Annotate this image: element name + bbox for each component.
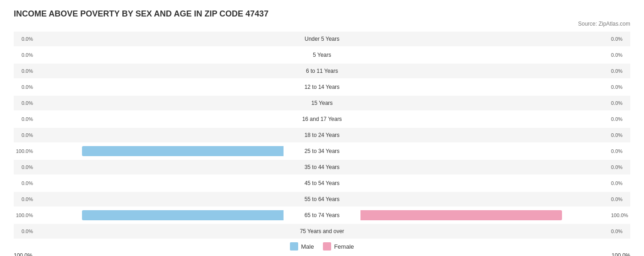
right-section: 0.0% bbox=[359, 194, 630, 204]
male-value: 0.0% bbox=[14, 180, 33, 186]
right-section: 0.0% bbox=[359, 130, 630, 140]
female-value: 0.0% bbox=[611, 84, 630, 90]
male-value: 0.0% bbox=[14, 196, 33, 202]
left-section: 0.0% bbox=[14, 178, 285, 188]
chart-row: 0.0% 6 to 11 Years 0.0% bbox=[14, 64, 630, 78]
left-section: 100.0% bbox=[14, 146, 285, 156]
female-value: 0.0% bbox=[611, 180, 630, 186]
row-label: 12 to 14 Years bbox=[285, 84, 359, 90]
page-title: INCOME ABOVE POVERTY BY SEX AND AGE IN Z… bbox=[14, 9, 630, 19]
female-bar-container bbox=[360, 162, 610, 172]
chart-row: 100.0% 25 to 34 Years 0.0% bbox=[14, 144, 630, 158]
right-section: 0.0% bbox=[359, 226, 630, 236]
right-section: 0.0% bbox=[359, 146, 630, 156]
left-section: 0.0% bbox=[14, 114, 285, 124]
male-value: 0.0% bbox=[14, 68, 33, 74]
male-bar-container bbox=[34, 226, 284, 236]
male-bar-container bbox=[34, 98, 284, 108]
female-value: 0.0% bbox=[611, 132, 630, 138]
female-bar-container bbox=[360, 178, 610, 188]
male-bar-container bbox=[34, 162, 284, 172]
chart-row: 0.0% 12 to 14 Years 0.0% bbox=[14, 80, 630, 94]
left-section: 0.0% bbox=[14, 82, 285, 92]
legend-female: Female bbox=[323, 242, 354, 251]
female-bar-container bbox=[360, 82, 610, 92]
legend-male-box bbox=[290, 242, 298, 251]
male-bar-container bbox=[34, 34, 284, 44]
chart-row: 0.0% 35 to 44 Years 0.0% bbox=[14, 160, 630, 174]
right-section: 0.0% bbox=[359, 66, 630, 76]
female-bar-container bbox=[360, 34, 610, 44]
female-value: 0.0% bbox=[611, 52, 630, 58]
male-bar-container bbox=[34, 130, 284, 140]
legend: Male Female bbox=[14, 242, 630, 251]
right-section: 100.0% bbox=[359, 210, 630, 220]
row-label: 16 and 17 Years bbox=[285, 116, 359, 122]
left-section: 0.0% bbox=[14, 98, 285, 108]
right-section: 0.0% bbox=[359, 162, 630, 172]
male-value: 0.0% bbox=[14, 229, 33, 234]
bottom-values: 100.0% 100.0% bbox=[14, 251, 630, 256]
right-section: 0.0% bbox=[359, 50, 630, 60]
row-label: 15 Years bbox=[285, 100, 359, 106]
male-bar-container bbox=[34, 50, 284, 60]
male-value: 0.0% bbox=[14, 116, 33, 122]
right-section: 0.0% bbox=[359, 114, 630, 124]
female-bar-container bbox=[360, 98, 610, 108]
male-value: 0.0% bbox=[14, 36, 33, 42]
female-bar-container bbox=[360, 130, 610, 140]
chart-row: 0.0% 55 to 64 Years 0.0% bbox=[14, 192, 630, 207]
left-section: 0.0% bbox=[14, 50, 285, 60]
legend-female-label: Female bbox=[334, 243, 354, 250]
left-section: 0.0% bbox=[14, 194, 285, 204]
row-label: 45 to 54 Years bbox=[285, 180, 359, 186]
source-label: Source: ZipAtlas.com bbox=[14, 21, 630, 27]
male-value: 0.0% bbox=[14, 164, 33, 170]
female-value: 0.0% bbox=[611, 68, 630, 74]
female-value: 0.0% bbox=[611, 36, 630, 42]
row-label: 25 to 34 Years bbox=[285, 148, 359, 154]
male-bar bbox=[82, 210, 284, 220]
female-bar-container bbox=[360, 210, 610, 220]
legend-male-label: Male bbox=[301, 243, 314, 250]
right-section: 0.0% bbox=[359, 34, 630, 44]
male-bar-container bbox=[34, 66, 284, 76]
right-section: 0.0% bbox=[359, 82, 630, 92]
chart-row: 0.0% 15 Years 0.0% bbox=[14, 96, 630, 110]
male-value: 0.0% bbox=[14, 84, 33, 90]
female-value: 0.0% bbox=[611, 100, 630, 106]
male-bar bbox=[82, 146, 284, 156]
left-section: 0.0% bbox=[14, 34, 285, 44]
female-value: 100.0% bbox=[611, 212, 630, 218]
female-bar-container bbox=[360, 226, 610, 236]
female-bar-container bbox=[360, 114, 610, 124]
right-section: 0.0% bbox=[359, 98, 630, 108]
male-value: 100.0% bbox=[14, 212, 33, 218]
female-value: 0.0% bbox=[611, 164, 630, 170]
female-value: 0.0% bbox=[611, 148, 630, 154]
female-value: 0.0% bbox=[611, 229, 630, 234]
male-bar-container bbox=[34, 178, 284, 188]
legend-female-box bbox=[323, 242, 331, 251]
male-value: 100.0% bbox=[14, 148, 33, 154]
row-label: 65 to 74 Years bbox=[285, 212, 359, 218]
row-label: 35 to 44 Years bbox=[285, 164, 359, 170]
male-bar-container bbox=[34, 194, 284, 204]
chart-container: 0.0% Under 5 Years 0.0% 0.0% 5 Years bbox=[14, 32, 630, 239]
row-label: 55 to 64 Years bbox=[285, 196, 359, 202]
legend-male: Male bbox=[290, 242, 314, 251]
male-value: 0.0% bbox=[14, 100, 33, 106]
bottom-left-value: 100.0% bbox=[14, 252, 33, 256]
right-section: 0.0% bbox=[359, 178, 630, 188]
row-label: 18 to 24 Years bbox=[285, 132, 359, 138]
female-bar bbox=[360, 210, 562, 220]
female-bar-container bbox=[360, 146, 610, 156]
male-bar-container bbox=[34, 114, 284, 124]
bottom-right-value: 100.0% bbox=[611, 252, 630, 256]
chart-row: 0.0% 45 to 54 Years 0.0% bbox=[14, 176, 630, 191]
male-value: 0.0% bbox=[14, 132, 33, 138]
left-section: 0.0% bbox=[14, 130, 285, 140]
male-bar-container bbox=[34, 210, 284, 220]
chart-row: 0.0% 5 Years 0.0% bbox=[14, 48, 630, 62]
chart-row: 0.0% Under 5 Years 0.0% bbox=[14, 32, 630, 46]
